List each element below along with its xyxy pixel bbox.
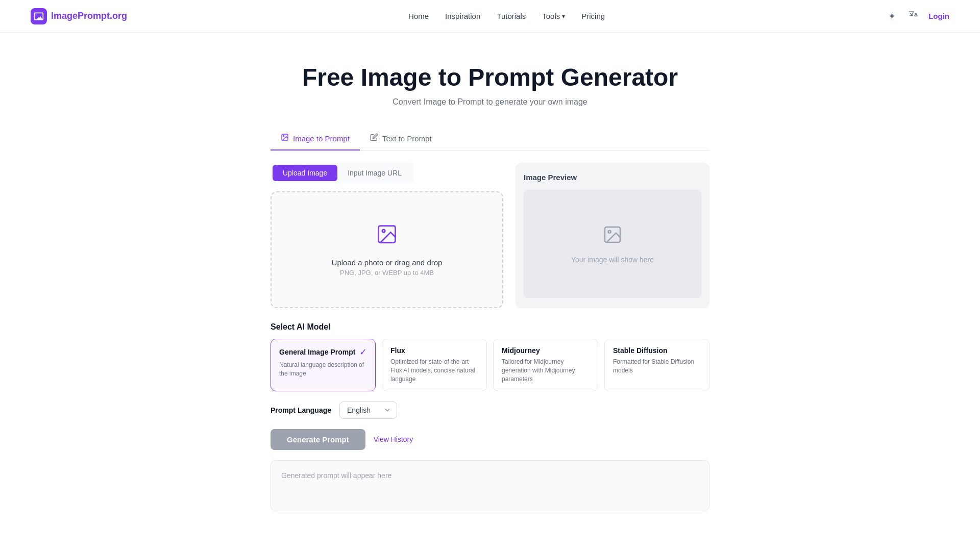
nav-inspiration[interactable]: Inspiration <box>445 12 480 20</box>
model-card-general-header: General Image Prompt ✓ <box>279 346 367 358</box>
tab-image-to-prompt-label: Image to Prompt <box>293 134 350 143</box>
model-card-general-check-icon: ✓ <box>359 346 367 358</box>
tab-text-to-prompt[interactable]: Text to Prompt <box>360 127 442 151</box>
model-card-midjourney[interactable]: Midjourney Tailored for Midjourney gener… <box>493 339 598 391</box>
model-card-flux-name: Flux <box>390 346 405 355</box>
prompt-language-row: Prompt Language English Spanish French G… <box>271 402 709 419</box>
view-history-button[interactable]: View History <box>374 435 413 443</box>
translate-icon <box>908 10 918 22</box>
nav-tools-wrapper[interactable]: Tools ▾ <box>542 12 565 20</box>
nav-right: ✦ Login <box>886 8 949 24</box>
model-card-general-name: General Image Prompt <box>279 348 355 356</box>
tab-image-to-prompt[interactable]: Image to Prompt <box>271 127 360 151</box>
output-placeholder-text: Generated prompt will appear here <box>281 471 391 480</box>
nav-home[interactable]: Home <box>408 12 429 20</box>
navbar: ImagePrompt.org Home Inspiration Tutoria… <box>0 0 980 33</box>
image-preview-area: Your image will show here <box>524 190 701 298</box>
model-card-flux-desc: Optimized for state-of-the-art Flux AI m… <box>390 358 478 383</box>
model-card-sd-name: Stable Diffusion <box>613 346 668 355</box>
upload-section: Upload Image Input Image URL Upload a ph… <box>271 163 709 308</box>
language-select[interactable]: English Spanish French German Chinese Ja… <box>339 402 397 419</box>
svg-point-3 <box>382 230 385 233</box>
main-container: Image to Prompt Text to Prompt Upload Im… <box>260 127 720 541</box>
svg-point-5 <box>608 230 611 233</box>
select-model-title: Select AI Model <box>271 322 709 332</box>
model-cards: General Image Prompt ✓ Natural language … <box>271 339 709 391</box>
logo-text: ImagePrompt.org <box>51 11 127 21</box>
logo[interactable]: ImagePrompt.org <box>31 8 127 24</box>
model-card-flux[interactable]: Flux Optimized for state-of-the-art Flux… <box>382 339 487 391</box>
model-card-stable-diffusion[interactable]: Stable Diffusion Formatted for Stable Di… <box>604 339 709 391</box>
model-card-flux-header: Flux <box>390 346 478 355</box>
hero-section: Free Image to Prompt Generator Convert I… <box>0 33 980 127</box>
upload-icon <box>376 223 398 250</box>
model-card-general-desc: Natural language description of the imag… <box>279 361 367 378</box>
image-tab-icon <box>281 133 289 143</box>
sun-icon: ✦ <box>888 11 896 22</box>
upload-left: Upload Image Input Image URL Upload a ph… <box>271 163 503 308</box>
image-preview-title: Image Preview <box>524 173 701 182</box>
upload-tab-url[interactable]: Input Image URL <box>337 165 412 181</box>
nav-links: Home Inspiration Tutorials Tools ▾ Prici… <box>408 12 605 20</box>
dropzone-text: Upload a photo or drag and drop <box>332 258 443 267</box>
model-card-general[interactable]: General Image Prompt ✓ Natural language … <box>271 339 376 391</box>
tools-chevron-icon: ▾ <box>562 13 565 20</box>
generate-prompt-button[interactable]: Generate Prompt <box>271 429 365 450</box>
tab-text-to-prompt-label: Text to Prompt <box>382 134 432 143</box>
translate-button[interactable] <box>906 8 920 24</box>
nav-tools[interactable]: Tools <box>542 12 560 20</box>
prompt-language-label: Prompt Language <box>271 406 331 414</box>
image-preview-placeholder-text: Your image will show here <box>571 256 654 264</box>
theme-toggle-button[interactable]: ✦ <box>886 9 898 24</box>
page-title: Free Image to Prompt Generator <box>10 63 970 91</box>
image-placeholder-icon <box>602 224 623 249</box>
dropzone[interactable]: Upload a photo or drag and drop PNG, JPG… <box>271 191 503 308</box>
generate-row: Generate Prompt View History <box>271 429 709 450</box>
login-button[interactable]: Login <box>928 12 949 20</box>
output-area: Generated prompt will appear here <box>271 460 709 511</box>
logo-icon <box>31 8 47 24</box>
dropzone-subtext: PNG, JPG, or WEBP up to 4MB <box>340 269 434 277</box>
upload-tabs: Upload Image Input Image URL <box>271 163 414 183</box>
image-preview-card: Image Preview Your image will show here <box>516 163 709 308</box>
model-card-midjourney-name: Midjourney <box>502 346 540 355</box>
model-card-midjourney-header: Midjourney <box>502 346 590 355</box>
nav-tutorials[interactable]: Tutorials <box>497 12 526 20</box>
nav-pricing[interactable]: Pricing <box>581 12 605 20</box>
model-card-sd-desc: Formatted for Stable Diffusion models <box>613 358 701 375</box>
main-tabs: Image to Prompt Text to Prompt <box>271 127 709 151</box>
upload-right: Image Preview Your image will show here <box>516 163 709 308</box>
model-card-midjourney-desc: Tailored for Midjourney generation with … <box>502 358 590 383</box>
page-subtitle: Convert Image to Prompt to generate your… <box>10 97 970 107</box>
logo-svg <box>34 11 44 21</box>
text-tab-icon <box>370 133 378 143</box>
model-card-sd-header: Stable Diffusion <box>613 346 701 355</box>
upload-tab-upload[interactable]: Upload Image <box>273 165 337 181</box>
svg-point-1 <box>283 136 284 137</box>
